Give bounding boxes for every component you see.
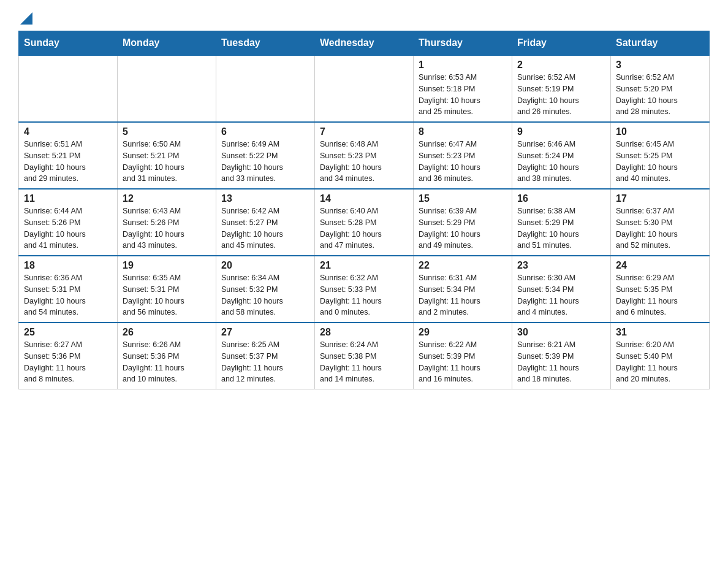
day-number: 28 <box>320 327 408 338</box>
day-info: Sunrise: 6:24 AM Sunset: 5:38 PM Dayligh… <box>320 340 382 383</box>
day-info: Sunrise: 6:42 AM Sunset: 5:27 PM Dayligh… <box>221 207 283 250</box>
day-info: Sunrise: 6:29 AM Sunset: 5:35 PM Dayligh… <box>616 274 678 316</box>
day-info: Sunrise: 6:51 AM Sunset: 5:21 PM Dayligh… <box>24 140 86 183</box>
day-number: 5 <box>123 126 211 137</box>
day-number: 13 <box>221 193 309 204</box>
day-cell: 2Sunrise: 6:52 AM Sunset: 5:19 PM Daylig… <box>512 55 611 122</box>
column-header-sunday: Sunday <box>19 31 118 56</box>
day-cell <box>118 55 216 122</box>
week-row-2: 4Sunrise: 6:51 AM Sunset: 5:21 PM Daylig… <box>19 122 710 189</box>
day-info: Sunrise: 6:32 AM Sunset: 5:33 PM Dayligh… <box>320 274 382 316</box>
day-cell: 3Sunrise: 6:52 AM Sunset: 5:20 PM Daylig… <box>611 55 710 122</box>
day-info: Sunrise: 6:38 AM Sunset: 5:29 PM Dayligh… <box>517 207 579 250</box>
calendar-header-row: SundayMondayTuesdayWednesdayThursdayFrid… <box>19 31 710 56</box>
day-info: Sunrise: 6:44 AM Sunset: 5:26 PM Dayligh… <box>24 207 86 250</box>
day-number: 7 <box>320 126 408 137</box>
day-cell: 29Sunrise: 6:22 AM Sunset: 5:39 PM Dayli… <box>414 323 512 389</box>
day-cell <box>216 55 315 122</box>
day-cell: 22Sunrise: 6:31 AM Sunset: 5:34 PM Dayli… <box>414 256 512 323</box>
logo-triangle-icon <box>20 12 32 25</box>
column-header-saturday: Saturday <box>611 31 710 56</box>
day-number: 23 <box>517 260 605 271</box>
day-cell: 4Sunrise: 6:51 AM Sunset: 5:21 PM Daylig… <box>19 122 118 189</box>
day-info: Sunrise: 6:53 AM Sunset: 5:18 PM Dayligh… <box>419 73 480 116</box>
day-number: 3 <box>616 59 704 71</box>
day-cell: 9Sunrise: 6:46 AM Sunset: 5:24 PM Daylig… <box>512 122 611 189</box>
column-header-tuesday: Tuesday <box>216 31 315 56</box>
day-cell <box>19 55 118 122</box>
day-info: Sunrise: 6:49 AM Sunset: 5:22 PM Dayligh… <box>221 140 283 183</box>
day-cell: 13Sunrise: 6:42 AM Sunset: 5:27 PM Dayli… <box>216 189 315 256</box>
day-cell: 27Sunrise: 6:25 AM Sunset: 5:37 PM Dayli… <box>216 323 315 389</box>
day-number: 11 <box>24 193 112 204</box>
day-info: Sunrise: 6:20 AM Sunset: 5:40 PM Dayligh… <box>616 340 678 383</box>
day-number: 9 <box>517 126 605 137</box>
day-number: 8 <box>419 126 507 137</box>
day-cell: 23Sunrise: 6:30 AM Sunset: 5:34 PM Dayli… <box>512 256 611 323</box>
day-cell: 6Sunrise: 6:49 AM Sunset: 5:22 PM Daylig… <box>216 122 315 189</box>
day-cell: 26Sunrise: 6:26 AM Sunset: 5:36 PM Dayli… <box>118 323 216 389</box>
day-info: Sunrise: 6:26 AM Sunset: 5:36 PM Dayligh… <box>123 340 184 383</box>
day-info: Sunrise: 6:46 AM Sunset: 5:24 PM Dayligh… <box>517 140 579 183</box>
week-row-4: 18Sunrise: 6:36 AM Sunset: 5:31 PM Dayli… <box>19 256 710 323</box>
day-cell: 24Sunrise: 6:29 AM Sunset: 5:35 PM Dayli… <box>611 256 710 323</box>
column-header-monday: Monday <box>118 31 216 56</box>
day-info: Sunrise: 6:39 AM Sunset: 5:29 PM Dayligh… <box>419 207 480 250</box>
day-cell: 20Sunrise: 6:34 AM Sunset: 5:32 PM Dayli… <box>216 256 315 323</box>
day-info: Sunrise: 6:30 AM Sunset: 5:34 PM Dayligh… <box>517 274 579 316</box>
column-header-friday: Friday <box>512 31 611 56</box>
day-number: 26 <box>123 327 211 338</box>
day-number: 22 <box>419 260 507 271</box>
day-info: Sunrise: 6:45 AM Sunset: 5:25 PM Dayligh… <box>616 140 678 183</box>
day-info: Sunrise: 6:48 AM Sunset: 5:23 PM Dayligh… <box>320 140 382 183</box>
day-info: Sunrise: 6:22 AM Sunset: 5:39 PM Dayligh… <box>419 340 480 383</box>
day-number: 31 <box>616 327 704 338</box>
day-info: Sunrise: 6:52 AM Sunset: 5:19 PM Dayligh… <box>517 73 579 116</box>
day-cell: 10Sunrise: 6:45 AM Sunset: 5:25 PM Dayli… <box>611 122 710 189</box>
day-number: 16 <box>517 193 605 204</box>
day-cell: 14Sunrise: 6:40 AM Sunset: 5:28 PM Dayli… <box>315 189 414 256</box>
day-cell: 15Sunrise: 6:39 AM Sunset: 5:29 PM Dayli… <box>414 189 512 256</box>
day-info: Sunrise: 6:37 AM Sunset: 5:30 PM Dayligh… <box>616 207 678 250</box>
week-row-1: 1Sunrise: 6:53 AM Sunset: 5:18 PM Daylig… <box>19 55 710 122</box>
day-number: 6 <box>221 126 309 137</box>
day-info: Sunrise: 6:36 AM Sunset: 5:31 PM Dayligh… <box>24 274 86 316</box>
day-cell: 18Sunrise: 6:36 AM Sunset: 5:31 PM Dayli… <box>19 256 118 323</box>
day-number: 10 <box>616 126 704 137</box>
day-cell: 25Sunrise: 6:27 AM Sunset: 5:36 PM Dayli… <box>19 323 118 389</box>
day-cell: 11Sunrise: 6:44 AM Sunset: 5:26 PM Dayli… <box>19 189 118 256</box>
page-header <box>18 12 710 25</box>
day-cell: 1Sunrise: 6:53 AM Sunset: 5:18 PM Daylig… <box>414 55 512 122</box>
day-info: Sunrise: 6:43 AM Sunset: 5:26 PM Dayligh… <box>123 207 184 250</box>
day-number: 24 <box>616 260 704 271</box>
day-cell: 31Sunrise: 6:20 AM Sunset: 5:40 PM Dayli… <box>611 323 710 389</box>
day-info: Sunrise: 6:40 AM Sunset: 5:28 PM Dayligh… <box>320 207 382 250</box>
day-cell: 7Sunrise: 6:48 AM Sunset: 5:23 PM Daylig… <box>315 122 414 189</box>
day-number: 30 <box>517 327 605 338</box>
day-cell: 30Sunrise: 6:21 AM Sunset: 5:39 PM Dayli… <box>512 323 611 389</box>
day-number: 25 <box>24 327 112 338</box>
day-number: 27 <box>221 327 309 338</box>
column-header-wednesday: Wednesday <box>315 31 414 56</box>
day-number: 20 <box>221 260 309 271</box>
logo <box>18 12 32 25</box>
day-cell: 16Sunrise: 6:38 AM Sunset: 5:29 PM Dayli… <box>512 189 611 256</box>
day-info: Sunrise: 6:52 AM Sunset: 5:20 PM Dayligh… <box>616 73 678 116</box>
day-cell: 12Sunrise: 6:43 AM Sunset: 5:26 PM Dayli… <box>118 189 216 256</box>
day-cell <box>315 55 414 122</box>
day-cell: 19Sunrise: 6:35 AM Sunset: 5:31 PM Dayli… <box>118 256 216 323</box>
day-info: Sunrise: 6:47 AM Sunset: 5:23 PM Dayligh… <box>419 140 480 183</box>
day-info: Sunrise: 6:21 AM Sunset: 5:39 PM Dayligh… <box>517 340 579 383</box>
day-number: 14 <box>320 193 408 204</box>
day-info: Sunrise: 6:35 AM Sunset: 5:31 PM Dayligh… <box>123 274 184 316</box>
day-number: 1 <box>419 59 507 71</box>
day-cell: 8Sunrise: 6:47 AM Sunset: 5:23 PM Daylig… <box>414 122 512 189</box>
day-cell: 28Sunrise: 6:24 AM Sunset: 5:38 PM Dayli… <box>315 323 414 389</box>
day-number: 18 <box>24 260 112 271</box>
day-number: 12 <box>123 193 211 204</box>
week-row-3: 11Sunrise: 6:44 AM Sunset: 5:26 PM Dayli… <box>19 189 710 256</box>
week-row-5: 25Sunrise: 6:27 AM Sunset: 5:36 PM Dayli… <box>19 323 710 389</box>
day-number: 2 <box>517 59 605 71</box>
day-number: 17 <box>616 193 704 204</box>
day-number: 15 <box>419 193 507 204</box>
